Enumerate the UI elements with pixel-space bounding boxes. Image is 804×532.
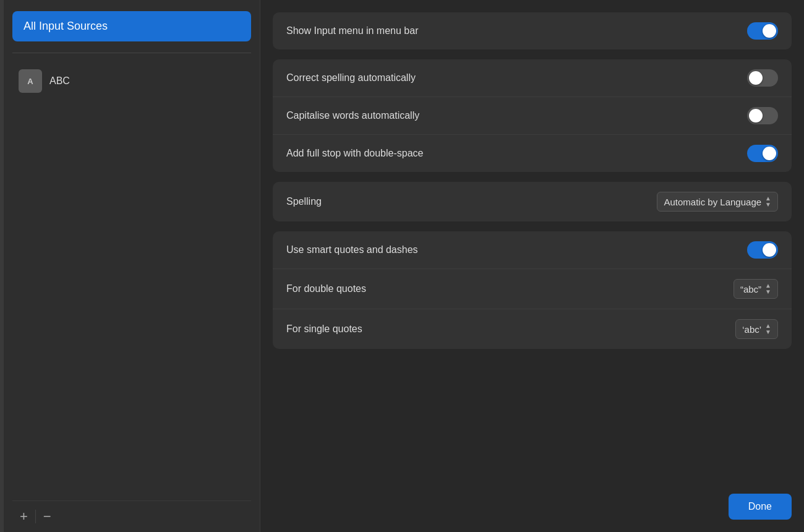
smart-quotes-toggle[interactable]: [747, 241, 778, 259]
content-area: Show Input menu in menu bar Correct spel…: [260, 0, 804, 532]
sidebar-item-label: ABC: [49, 75, 70, 87]
done-button[interactable]: Done: [729, 494, 792, 520]
correct-spelling-label: Correct spelling automatically: [286, 72, 416, 84]
remove-input-source-button[interactable]: −: [36, 507, 59, 526]
full-stop-toggle[interactable]: [747, 145, 778, 162]
toggle-thumb: [749, 109, 763, 122]
double-quotes-label: For double quotes: [286, 283, 366, 294]
capitalise-words-label: Capitalise words automatically: [286, 110, 419, 121]
toggle-track[interactable]: [747, 241, 778, 259]
selector-arrows-icon: ▲ ▼: [765, 283, 771, 295]
show-input-menu-row: Show Input menu in menu bar: [273, 12, 792, 49]
show-input-menu-toggle[interactable]: [747, 22, 778, 40]
double-quotes-row: For double quotes “abc” ▲ ▼: [273, 268, 792, 309]
toggle-track[interactable]: [747, 69, 778, 87]
double-quotes-selector[interactable]: “abc” ▲ ▼: [733, 279, 778, 299]
toggle-track[interactable]: [747, 145, 778, 162]
smart-quotes-label: Use smart quotes and dashes: [286, 244, 418, 255]
spelling-language-selector[interactable]: Automatic by Language ▲ ▼: [657, 192, 778, 212]
selector-arrows-icon: ▲ ▼: [765, 323, 771, 335]
single-quotes-value: ‘abc’: [742, 324, 761, 335]
toggle-thumb: [763, 147, 776, 160]
spelling-label: Spelling: [286, 196, 322, 207]
show-input-menu-label: Show Input menu in menu bar: [286, 25, 418, 36]
sidebar-spacer: [12, 99, 251, 500]
toggle-thumb: [763, 243, 776, 257]
full-stop-row: Add full stop with double-space: [273, 134, 792, 172]
add-input-source-button[interactable]: +: [12, 507, 35, 526]
single-quotes-label: For single quotes: [286, 324, 362, 335]
toggle-thumb: [763, 24, 776, 38]
double-quotes-value: “abc”: [740, 284, 761, 294]
single-quotes-selector[interactable]: ‘abc’ ▲ ▼: [735, 319, 778, 339]
correct-spelling-row: Correct spelling automatically: [273, 59, 792, 97]
capitalise-words-row: Capitalise words automatically: [273, 97, 792, 134]
sidebar-item-abc[interactable]: A ABC: [12, 63, 251, 99]
smart-quotes-card: Use smart quotes and dashes For double q…: [273, 231, 792, 349]
full-stop-label: Add full stop with double-space: [286, 148, 423, 159]
toggle-thumb: [749, 71, 763, 85]
single-quotes-row: For single quotes ‘abc’ ▲ ▼: [273, 309, 792, 349]
spelling-card: Correct spelling automatically Capitalis…: [273, 59, 792, 172]
spelling-language-row: Spelling Automatic by Language ▲ ▼: [273, 182, 792, 221]
toggle-track[interactable]: [747, 22, 778, 40]
sidebar-divider: [12, 53, 251, 53]
selector-arrows-icon: ▲ ▼: [765, 195, 771, 208]
smart-quotes-row: Use smart quotes and dashes: [273, 231, 792, 268]
input-menu-card: Show Input menu in menu bar: [273, 12, 792, 49]
bottom-bar: Done: [273, 484, 792, 532]
abc-icon: A: [19, 69, 42, 93]
toggle-track[interactable]: [747, 107, 778, 124]
sidebar: All Input Sources A ABC + −: [4, 0, 260, 532]
spelling-language-value: Automatic by Language: [664, 197, 761, 207]
all-input-sources-button[interactable]: All Input Sources: [12, 11, 251, 41]
correct-spelling-toggle[interactable]: [747, 69, 778, 87]
spelling-language-card: Spelling Automatic by Language ▲ ▼: [273, 182, 792, 221]
sidebar-bottom-bar: + −: [12, 500, 251, 532]
capitalise-words-toggle[interactable]: [747, 107, 778, 124]
